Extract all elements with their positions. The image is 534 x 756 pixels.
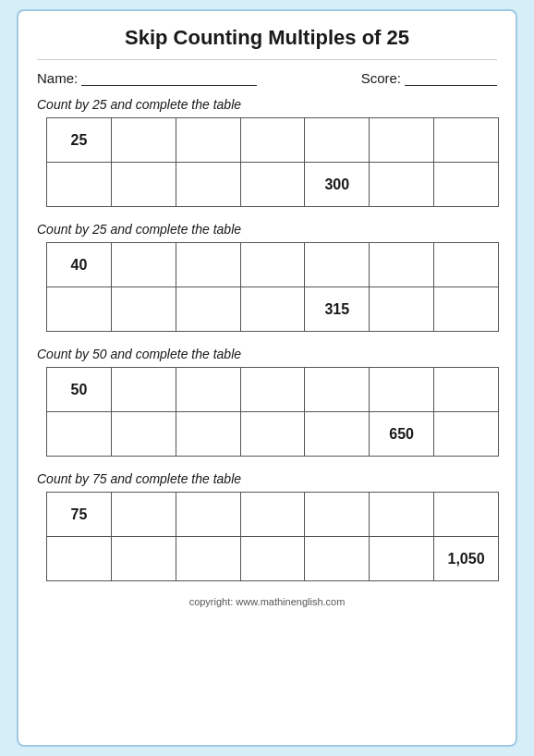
table-row: 315 xyxy=(47,287,499,332)
score-field: Score: xyxy=(361,69,497,86)
score-line[interactable] xyxy=(405,69,497,86)
instruction-2: Count by 25 and complete the table xyxy=(37,222,497,237)
cell-4-0-5[interactable] xyxy=(370,493,434,537)
cell-4-0-6[interactable] xyxy=(434,493,499,537)
cell-3-1-3[interactable] xyxy=(240,412,305,457)
cell-3-0-6[interactable] xyxy=(434,368,499,412)
table-row: 25 xyxy=(47,118,499,163)
cell-2-1-6[interactable] xyxy=(434,287,499,332)
cell-1-1-0[interactable] xyxy=(47,163,112,207)
cell-2-1-3[interactable] xyxy=(240,287,305,332)
cell-3-1-2[interactable] xyxy=(176,412,240,457)
cell-1-0-6[interactable] xyxy=(434,118,499,163)
cell-4-0-0[interactable]: 75 xyxy=(47,493,112,537)
cell-4-0-2[interactable] xyxy=(176,493,240,537)
cell-1-0-3[interactable] xyxy=(240,118,305,163)
cell-3-0-0[interactable]: 50 xyxy=(47,368,112,412)
instruction-4: Count by 75 and complete the table xyxy=(37,471,497,486)
cell-4-1-4[interactable] xyxy=(305,537,370,581)
cell-4-1-6[interactable]: 1,050 xyxy=(434,537,499,581)
cell-2-0-5[interactable] xyxy=(370,243,434,287)
cell-2-1-5[interactable] xyxy=(370,287,434,332)
page-container: Skip Counting Multiples of 25 Name: Scor… xyxy=(17,9,517,747)
cell-3-1-0[interactable] xyxy=(47,412,112,457)
table-2: 40315 xyxy=(46,242,499,332)
cell-1-0-2[interactable] xyxy=(176,118,240,163)
score-label: Score: xyxy=(361,70,401,86)
cell-4-1-1[interactable] xyxy=(111,537,176,581)
cell-2-0-3[interactable] xyxy=(240,243,305,287)
cell-4-0-3[interactable] xyxy=(240,493,305,537)
table-1: 25300 xyxy=(46,117,499,207)
cell-1-0-5[interactable] xyxy=(370,118,434,163)
cell-4-1-5[interactable] xyxy=(370,537,434,581)
sections-container: Count by 25 and complete the table25300C… xyxy=(37,97,497,581)
name-score-row: Name: Score: xyxy=(37,69,497,86)
cell-1-1-1[interactable] xyxy=(111,163,176,207)
table-row: 1,050 xyxy=(47,537,499,581)
cell-3-1-1[interactable] xyxy=(111,412,176,457)
section-1: Count by 25 and complete the table25300 xyxy=(37,97,497,207)
section-3: Count by 50 and complete the table50650 xyxy=(37,347,497,457)
cell-1-0-0[interactable]: 25 xyxy=(47,118,112,163)
cell-1-1-5[interactable] xyxy=(370,163,434,207)
cell-1-0-4[interactable] xyxy=(305,118,370,163)
cell-3-1-6[interactable] xyxy=(434,412,499,457)
cell-3-0-1[interactable] xyxy=(111,368,176,412)
cell-2-1-4[interactable]: 315 xyxy=(305,287,370,332)
cell-3-1-4[interactable] xyxy=(305,412,370,457)
name-field: Name: xyxy=(37,69,257,86)
cell-2-0-4[interactable] xyxy=(305,243,370,287)
cell-3-0-5[interactable] xyxy=(370,368,434,412)
cell-3-1-5[interactable]: 650 xyxy=(370,412,434,457)
section-2: Count by 25 and complete the table40315 xyxy=(37,222,497,332)
cell-2-0-1[interactable] xyxy=(111,243,176,287)
cell-4-1-3[interactable] xyxy=(240,537,305,581)
cell-1-1-3[interactable] xyxy=(240,163,305,207)
table-3: 50650 xyxy=(46,367,499,457)
table-row: 650 xyxy=(47,412,499,457)
instruction-1: Count by 25 and complete the table xyxy=(37,97,497,112)
cell-2-1-0[interactable] xyxy=(47,287,112,332)
name-label: Name: xyxy=(37,70,78,86)
cell-1-1-4[interactable]: 300 xyxy=(305,163,370,207)
cell-1-1-2[interactable] xyxy=(176,163,240,207)
cell-3-0-2[interactable] xyxy=(176,368,240,412)
name-line[interactable] xyxy=(81,69,257,86)
cell-1-1-6[interactable] xyxy=(434,163,499,207)
copyright: copyright: www.mathinenglish.com xyxy=(37,596,497,607)
table-4: 751,050 xyxy=(46,492,499,581)
cell-2-1-2[interactable] xyxy=(176,287,240,332)
table-row: 40 xyxy=(47,243,499,287)
table-row: 75 xyxy=(47,493,499,537)
cell-4-1-0[interactable] xyxy=(47,537,112,581)
cell-2-1-1[interactable] xyxy=(111,287,176,332)
cell-4-0-1[interactable] xyxy=(111,493,176,537)
cell-1-0-1[interactable] xyxy=(111,118,176,163)
cell-4-1-2[interactable] xyxy=(176,537,240,581)
instruction-3: Count by 50 and complete the table xyxy=(37,347,497,361)
cell-3-0-3[interactable] xyxy=(240,368,305,412)
section-4: Count by 75 and complete the table751,05… xyxy=(37,471,497,581)
cell-2-0-0[interactable]: 40 xyxy=(47,243,112,287)
table-row: 300 xyxy=(47,163,499,207)
table-row: 50 xyxy=(47,368,499,412)
cell-3-0-4[interactable] xyxy=(305,368,370,412)
page-title: Skip Counting Multiples of 25 xyxy=(37,20,497,60)
cell-2-0-6[interactable] xyxy=(434,243,499,287)
cell-2-0-2[interactable] xyxy=(176,243,240,287)
cell-4-0-4[interactable] xyxy=(305,493,370,537)
